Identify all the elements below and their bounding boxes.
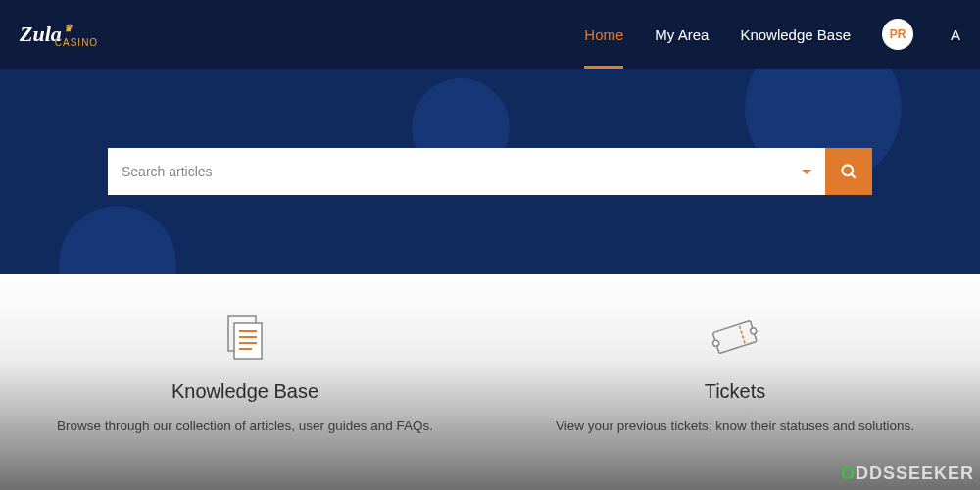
card-desc: Browse through our collection of article… (18, 418, 472, 433)
user-avatar[interactable]: PR (882, 19, 913, 50)
svg-line-1 (852, 174, 856, 178)
search-row (108, 148, 872, 195)
card-knowledge-base[interactable]: Knowledge Base Browse through our collec… (0, 274, 490, 490)
card-desc: View your previous tickets; know their s… (516, 418, 954, 433)
decorative-blob (59, 206, 176, 274)
nav-overflow: A (951, 26, 960, 43)
chevron-down-icon[interactable] (802, 170, 811, 174)
search-icon (839, 162, 858, 181)
svg-rect-3 (234, 323, 262, 359)
cards-section: Knowledge Base Browse through our collec… (0, 274, 980, 490)
document-icon (222, 314, 268, 363)
avatar-initials: PR (890, 27, 906, 41)
search-button[interactable] (825, 148, 872, 195)
brand-sub: CASINO (55, 37, 98, 48)
brand-logo[interactable]: Zula♛ CASINO (20, 22, 114, 47)
ticket-icon (708, 314, 762, 363)
watermark-rest: DDSSEEKER (856, 464, 974, 483)
hero-section (0, 69, 980, 274)
nav-home-label: Home (584, 26, 623, 43)
nav-my-area[interactable]: My Area (655, 0, 709, 69)
card-title: Tickets (705, 380, 766, 403)
nav-my-area-label: My Area (655, 26, 709, 43)
primary-nav: Home My Area Knowledge Base PR A (584, 0, 960, 69)
svg-point-10 (750, 327, 758, 335)
card-title: Knowledge Base (172, 380, 318, 403)
nav-knowledge-base-label: Knowledge Base (740, 26, 851, 43)
crown-icon: ♛ (64, 23, 73, 33)
svg-rect-8 (712, 320, 757, 353)
svg-point-9 (712, 339, 720, 347)
nav-knowledge-base[interactable]: Knowledge Base (740, 0, 851, 69)
card-tickets[interactable]: Tickets View your previous tickets; know… (490, 274, 980, 490)
watermark: ODDSSEEKER (841, 464, 974, 484)
search-input[interactable] (122, 164, 794, 179)
nav-home[interactable]: Home (584, 0, 623, 69)
svg-line-11 (740, 326, 746, 343)
watermark-first: O (841, 464, 856, 483)
svg-point-0 (842, 165, 853, 175)
search-input-wrap[interactable] (108, 148, 825, 195)
header-bar: Zula♛ CASINO Home My Area Knowledge Base… (0, 0, 980, 69)
